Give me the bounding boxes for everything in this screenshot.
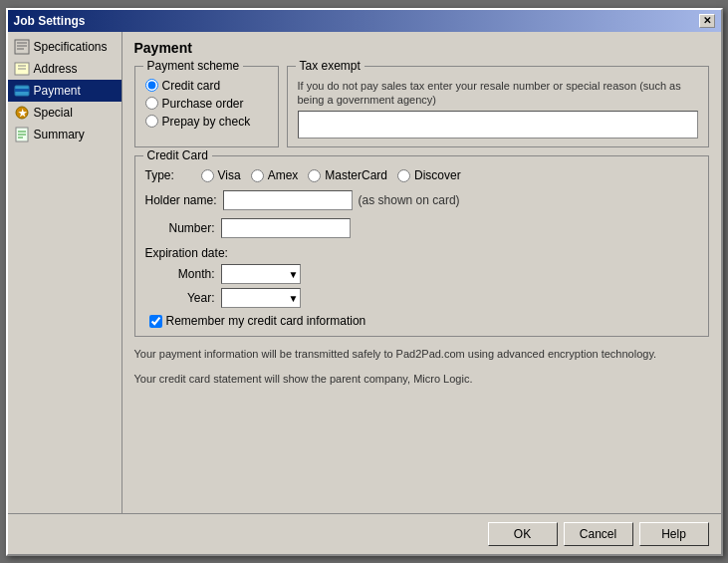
type-label: Type: xyxy=(145,168,195,182)
holder-name-row: Holder name: (as shown on card) xyxy=(145,190,698,210)
dialog-footer: OK Cancel Help xyxy=(8,513,721,554)
sidebar-label-payment: Payment xyxy=(34,84,81,98)
specifications-icon xyxy=(14,39,30,55)
mastercard-label: MasterCard xyxy=(325,168,387,182)
discover-radio[interactable] xyxy=(397,169,410,182)
title-bar: Job Settings ✕ xyxy=(8,10,721,32)
prepay-check-option[interactable]: Prepay by check xyxy=(145,115,268,129)
credit-card-group: Credit Card Type: Visa Amex xyxy=(134,155,709,337)
tax-exempt-input[interactable] xyxy=(298,111,698,139)
cancel-button[interactable]: Cancel xyxy=(564,522,633,546)
job-settings-dialog: Job Settings ✕ Specifications xyxy=(6,8,723,556)
number-label: Number: xyxy=(145,221,215,235)
tax-exempt-legend: Tax exempt xyxy=(296,59,364,73)
expiration-section: Expiration date: Month: 01 02 03 04 05 xyxy=(145,246,698,308)
amex-label: Amex xyxy=(268,168,299,182)
expiration-label: Expiration date: xyxy=(145,246,698,260)
mastercard-radio[interactable] xyxy=(308,169,321,182)
sidebar-item-special[interactable]: ★ Special xyxy=(8,102,121,124)
svg-rect-0 xyxy=(15,40,29,54)
sidebar-label-address: Address xyxy=(34,62,78,76)
sidebar-item-address[interactable]: Address xyxy=(8,58,121,80)
tax-exempt-group: Tax exempt If you do not pay sales tax e… xyxy=(287,66,709,148)
visa-radio[interactable] xyxy=(201,169,214,182)
tax-exempt-description: If you do not pay sales tax enter your r… xyxy=(298,79,698,108)
credit-card-legend: Credit Card xyxy=(143,148,212,162)
page-title: Payment xyxy=(134,40,709,58)
sidebar-item-summary[interactable]: Summary xyxy=(8,124,121,145)
purchase-order-label: Purchase order xyxy=(162,97,244,111)
month-row: Month: 01 02 03 04 05 06 07 xyxy=(165,264,698,284)
month-select[interactable]: 01 02 03 04 05 06 07 08 09 10 11 xyxy=(221,264,301,284)
address-icon xyxy=(14,61,30,77)
amex-option[interactable]: Amex xyxy=(251,168,299,182)
ok-button[interactable]: OK xyxy=(488,522,558,546)
prepay-check-radio[interactable] xyxy=(145,115,158,128)
payment-scheme-options: Credit card Purchase order Prepay by che… xyxy=(145,79,268,129)
year-row: Year: 2024 2025 2026 2027 2028 ▼ xyxy=(165,288,698,308)
svg-rect-8 xyxy=(15,89,29,92)
year-select[interactable]: 2024 2025 2026 2027 2028 xyxy=(221,288,301,308)
sidebar-label-special: Special xyxy=(34,106,73,120)
purchase-order-radio[interactable] xyxy=(145,97,158,110)
help-button[interactable]: Help xyxy=(639,522,709,546)
mastercard-option[interactable]: MasterCard xyxy=(308,168,387,182)
discover-label: Discover xyxy=(414,168,461,182)
visa-option[interactable]: Visa xyxy=(201,168,241,182)
card-type-row: Type: Visa Amex MasterCard xyxy=(145,168,698,182)
month-select-wrapper: 01 02 03 04 05 06 07 08 09 10 11 xyxy=(221,264,301,284)
special-icon: ★ xyxy=(14,105,30,121)
as-shown-label: (as shown on card) xyxy=(359,193,460,207)
remember-checkbox[interactable] xyxy=(149,315,162,328)
info-text-1: Your payment information will be transmi… xyxy=(134,347,709,362)
number-row: Number: xyxy=(145,218,698,238)
svg-text:★: ★ xyxy=(17,108,27,119)
sidebar: Specifications Address xyxy=(8,32,122,513)
holder-name-input[interactable] xyxy=(223,190,353,210)
credit-card-option[interactable]: Credit card xyxy=(145,79,268,93)
main-content: Payment Payment scheme Credit card Purch… xyxy=(122,32,721,513)
remember-row: Remember my credit card information xyxy=(149,314,698,328)
payment-icon xyxy=(14,83,30,99)
year-select-wrapper: 2024 2025 2026 2027 2028 ▼ xyxy=(221,288,301,308)
payment-scheme-legend: Payment scheme xyxy=(143,59,244,73)
year-label: Year: xyxy=(165,291,215,305)
holder-name-label: Holder name: xyxy=(145,193,217,207)
sidebar-label-summary: Summary xyxy=(34,128,85,141)
sidebar-item-specifications[interactable]: Specifications xyxy=(8,36,121,58)
sidebar-item-payment[interactable]: Payment xyxy=(8,80,121,102)
discover-option[interactable]: Discover xyxy=(397,168,461,182)
remember-label: Remember my credit card information xyxy=(166,314,366,328)
purchase-order-option[interactable]: Purchase order xyxy=(145,97,268,111)
card-type-radios: Visa Amex MasterCard Discover xyxy=(201,168,461,182)
amex-radio[interactable] xyxy=(251,169,264,182)
dialog-title: Job Settings xyxy=(14,14,86,28)
summary-icon xyxy=(14,127,30,142)
visa-label: Visa xyxy=(218,168,241,182)
close-button[interactable]: ✕ xyxy=(699,14,715,28)
top-row: Payment scheme Credit card Purchase orde… xyxy=(134,66,709,156)
credit-card-radio[interactable] xyxy=(145,79,158,92)
sidebar-label-specifications: Specifications xyxy=(34,40,108,54)
prepay-check-label: Prepay by check xyxy=(162,115,251,129)
credit-card-label: Credit card xyxy=(162,79,221,93)
month-label: Month: xyxy=(165,267,215,281)
info-text-2: Your credit card statement will show the… xyxy=(134,372,709,387)
payment-scheme-group: Payment scheme Credit card Purchase orde… xyxy=(134,66,279,148)
number-input[interactable] xyxy=(221,218,351,238)
dialog-body: Specifications Address xyxy=(8,32,721,513)
